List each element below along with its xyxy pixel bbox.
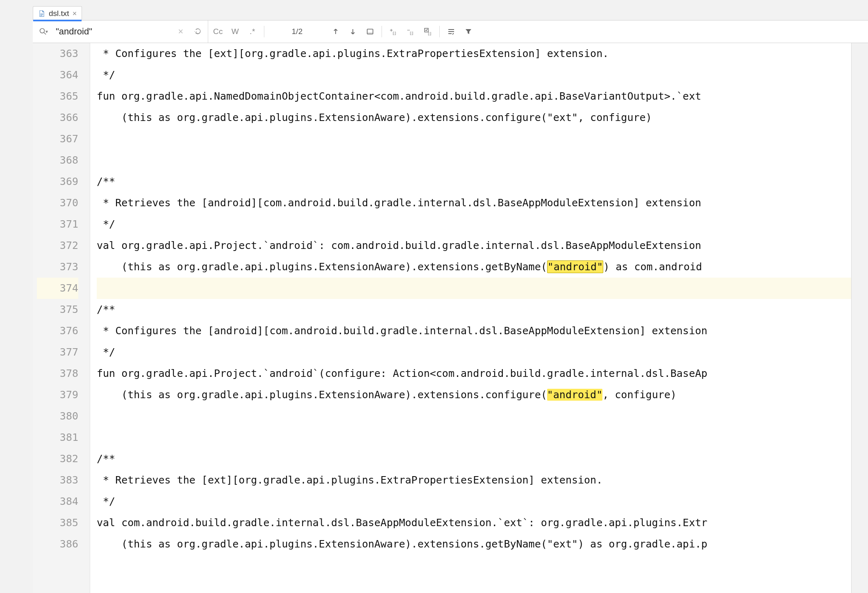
line-number: 380	[37, 406, 78, 427]
code-line[interactable]: * Configures the [android][com.android.b…	[97, 320, 851, 342]
search-history-icon[interactable]	[191, 24, 205, 39]
close-icon[interactable]: ×	[73, 10, 77, 17]
code-line[interactable]: val org.gradle.api.Project.`android`: co…	[97, 235, 851, 256]
regex-toggle[interactable]: .*	[245, 24, 260, 39]
code-line[interactable]: */	[97, 342, 851, 363]
svg-text:⟦⟧: ⟦⟧	[428, 32, 431, 36]
code-line[interactable]: */	[97, 214, 851, 235]
line-number: 364	[37, 64, 78, 86]
code-line[interactable]: (this as org.gradle.api.plugins.Extensio…	[97, 107, 851, 128]
line-number: 384	[37, 491, 78, 512]
add-selection-icon[interactable]: +⟦⟧	[386, 24, 401, 39]
line-number: 382	[37, 448, 78, 470]
gutter: 3633643653663673683693703713723733743753…	[33, 43, 90, 593]
search-input[interactable]	[53, 25, 171, 39]
line-number: 371	[37, 214, 78, 235]
search-wrap: ▾ ×	[36, 21, 208, 43]
find-bar: ▾ × Cc W .* 1/2 +⟦⟧ −⟦⟧ ⟦⟧	[33, 21, 868, 43]
line-number: 379	[37, 384, 78, 406]
line-number: 377	[37, 342, 78, 363]
editor[interactable]: 3633643653663673683693703713723733743753…	[33, 43, 852, 593]
tab-file[interactable]: dsl.txt ×	[33, 6, 82, 21]
code-line[interactable]: /**	[97, 299, 851, 320]
svg-text:⟦⟧: ⟦⟧	[410, 31, 413, 35]
line-number: 368	[37, 150, 78, 171]
svg-text:⟦⟧: ⟦⟧	[393, 31, 396, 35]
code-line[interactable]: * Retrieves the [ext][org.gradle.api.plu…	[97, 470, 851, 491]
line-number: 372	[37, 235, 78, 256]
code-line[interactable]: */	[97, 491, 851, 512]
remove-selection-icon[interactable]: −⟦⟧	[403, 24, 418, 39]
match-count: 1/2	[268, 27, 326, 36]
code-line[interactable]: * Configures the [ext][org.gradle.api.pl…	[97, 43, 851, 64]
code-line[interactable]: fun org.gradle.api.Project.`android`(con…	[97, 363, 851, 384]
svg-rect-3	[367, 32, 373, 34]
search-icon: ▾	[36, 24, 51, 39]
code-line[interactable]: fun org.gradle.api.NamedDomainObjectCont…	[97, 86, 851, 107]
code-line[interactable]	[97, 406, 851, 427]
line-number: 376	[37, 320, 78, 342]
line-number: 378	[37, 363, 78, 384]
code-line[interactable]	[97, 278, 851, 299]
code-line[interactable]: /**	[97, 448, 851, 470]
line-number: 385	[37, 512, 78, 534]
code-line[interactable]: /**	[97, 171, 851, 192]
tab-filename: dsl.txt	[49, 9, 69, 18]
tab-bar: dsl.txt ×	[33, 0, 868, 21]
next-match-button[interactable]	[345, 24, 360, 39]
line-number: 373	[37, 256, 78, 278]
line-number: 370	[37, 192, 78, 214]
match-case-toggle[interactable]: Cc	[211, 24, 225, 39]
line-number: 375	[37, 299, 78, 320]
code-line[interactable]: (this as org.gradle.api.plugins.Extensio…	[97, 256, 851, 278]
code-line[interactable]: */	[97, 64, 851, 86]
line-number: 367	[37, 128, 78, 150]
code-line[interactable]: val com.android.build.gradle.internal.ds…	[97, 512, 851, 534]
code-line[interactable]: * Retrieves the [android][com.android.bu…	[97, 192, 851, 214]
file-icon	[38, 10, 45, 17]
code-line[interactable]	[97, 427, 851, 448]
prev-match-button[interactable]	[328, 24, 343, 39]
line-number: 365	[37, 86, 78, 107]
code-line[interactable]	[97, 150, 851, 171]
code-line[interactable]: (this as org.gradle.api.plugins.Extensio…	[97, 384, 851, 406]
line-number: 366	[37, 107, 78, 128]
line-number: 383	[37, 470, 78, 491]
whole-word-toggle[interactable]: W	[228, 24, 243, 39]
line-number: 363	[37, 43, 78, 64]
line-number: 374	[37, 278, 78, 299]
line-number: 369	[37, 171, 78, 192]
code-line[interactable]	[97, 128, 851, 150]
show-usages-icon[interactable]	[444, 24, 459, 39]
select-all-icon[interactable]: ⟦⟧	[420, 24, 435, 39]
code-line[interactable]: (this as org.gradle.api.plugins.Extensio…	[97, 534, 851, 555]
open-in-window-icon[interactable]	[363, 24, 377, 39]
app-root: dsl.txt × ▾ × Cc W .* 1/2	[0, 0, 868, 593]
code-area[interactable]: * Configures the [ext][org.gradle.api.pl…	[90, 43, 851, 593]
svg-point-0	[40, 29, 45, 33]
line-number: 381	[37, 427, 78, 448]
filter-icon[interactable]	[461, 24, 476, 39]
line-number: 386	[37, 534, 78, 555]
clear-search-icon[interactable]: ×	[173, 24, 188, 39]
